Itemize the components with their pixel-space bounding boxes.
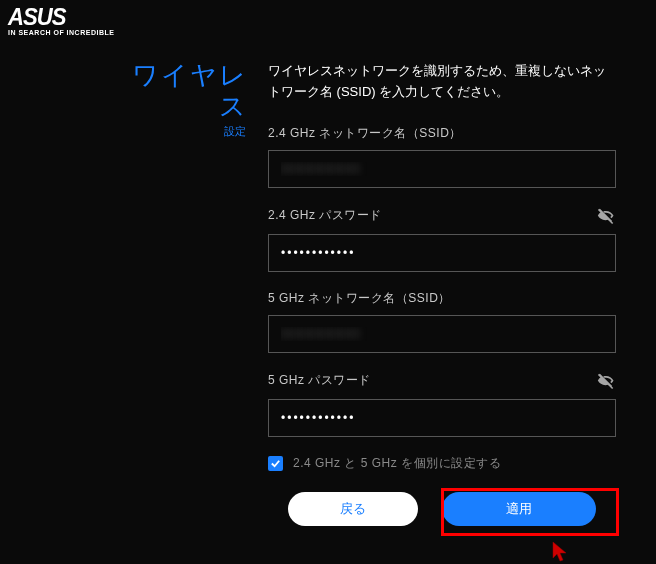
eye-off-icon[interactable] [596, 371, 616, 391]
separate-bands-row: 2.4 GHz と 5 GHz を個別に設定する [268, 455, 616, 472]
eye-off-icon[interactable] [596, 206, 616, 226]
apply-button[interactable]: 適用 [442, 492, 596, 526]
instructions-text: ワイヤレスネットワークを識別するため、重複しないネットワーク名 (SSID) を… [268, 60, 616, 103]
label-separate-bands: 2.4 GHz と 5 GHz を個別に設定する [293, 455, 501, 472]
field-ssid-5: 5 GHz ネットワーク名（SSID） [268, 290, 616, 353]
field-password-5: 5 GHz パスワード [268, 371, 616, 437]
back-button[interactable]: 戻る [288, 492, 418, 526]
brand-name: ASUS [8, 6, 106, 28]
field-ssid-24: 2.4 GHz ネットワーク名（SSID） [268, 125, 616, 188]
input-ssid-24[interactable] [268, 150, 616, 188]
brand-logo: ASUS IN SEARCH OF INCREDIBLE [8, 6, 114, 36]
page-title: ワイヤレス [108, 60, 248, 122]
label-ssid-24: 2.4 GHz ネットワーク名（SSID） [268, 125, 462, 142]
label-password-5: 5 GHz パスワード [268, 372, 371, 389]
checkbox-separate-bands[interactable] [268, 456, 283, 471]
input-ssid-5[interactable] [268, 315, 616, 353]
input-password-24[interactable] [268, 234, 616, 272]
label-password-24: 2.4 GHz パスワード [268, 207, 382, 224]
page-subtitle: 設定 [108, 124, 248, 139]
cursor-pointer-icon [552, 541, 570, 564]
field-password-24: 2.4 GHz パスワード [268, 206, 616, 272]
input-password-5[interactable] [268, 399, 616, 437]
label-ssid-5: 5 GHz ネットワーク名（SSID） [268, 290, 451, 307]
